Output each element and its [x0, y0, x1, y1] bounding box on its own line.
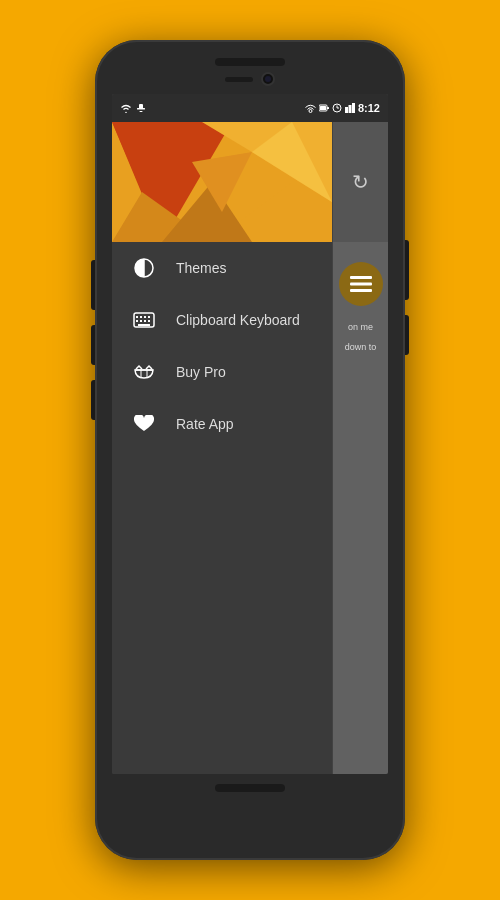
status-left-icons [120, 103, 146, 113]
menu-panel: Themes [112, 242, 332, 774]
phone-screen: 8:12 ↻ [112, 94, 388, 774]
svg-rect-27 [148, 316, 150, 318]
camera-row [225, 72, 275, 86]
fab-button[interactable] [339, 262, 383, 306]
svg-rect-10 [345, 107, 348, 113]
svg-rect-5 [327, 107, 329, 109]
rate-app-label: Rate App [176, 416, 234, 432]
menu-item-rate-app[interactable]: Rate App [112, 398, 332, 450]
clock-icon [332, 103, 342, 113]
front-camera [261, 72, 275, 86]
panel-text-1: on me [348, 320, 373, 334]
data-icon [345, 103, 355, 113]
keyboard-icon [132, 308, 156, 332]
svg-rect-38 [350, 289, 372, 292]
svg-rect-12 [352, 103, 355, 113]
menu-item-clipboard-keyboard[interactable]: Clipboard Keyboard [112, 294, 332, 346]
volume-up-button [91, 260, 95, 310]
svg-rect-25 [140, 316, 142, 318]
speaker-bottom [215, 784, 285, 792]
svg-rect-6 [320, 106, 326, 110]
svg-rect-36 [350, 276, 372, 279]
header-image: ↻ [112, 122, 388, 242]
svg-rect-30 [144, 320, 146, 322]
signal-icon [305, 103, 316, 113]
right-panel: on me down to [333, 242, 388, 774]
fab-menu-icon [350, 275, 372, 293]
svg-rect-31 [148, 320, 150, 322]
status-bar: 8:12 [112, 94, 388, 122]
power-button [405, 240, 409, 300]
volume-down-button [91, 325, 95, 365]
themes-icon [132, 256, 156, 280]
header-geometric [112, 122, 332, 242]
phone-frame: 8:12 ↻ [95, 40, 405, 860]
power-button-2 [405, 315, 409, 355]
buy-pro-label: Buy Pro [176, 364, 226, 380]
svg-rect-28 [136, 320, 138, 322]
svg-rect-37 [350, 283, 372, 286]
themes-label: Themes [176, 260, 227, 276]
svg-rect-24 [136, 316, 138, 318]
wifi-icon [120, 103, 132, 113]
svg-rect-11 [348, 105, 351, 113]
battery-full-icon [319, 103, 329, 113]
svg-point-3 [309, 110, 312, 113]
speaker-top [215, 58, 285, 66]
refresh-area[interactable]: ↻ [333, 122, 388, 242]
svg-rect-29 [140, 320, 142, 322]
heart-icon [132, 412, 156, 436]
svg-rect-1 [137, 108, 145, 110]
status-right-icons: 8:12 [305, 102, 380, 114]
svg-rect-2 [140, 111, 143, 112]
notification-icon [136, 103, 146, 113]
svg-rect-26 [144, 316, 146, 318]
sensor [225, 77, 253, 82]
volume-mute-button [91, 380, 95, 420]
svg-rect-32 [138, 324, 150, 326]
menu-item-themes[interactable]: Themes [112, 242, 332, 294]
status-time: 8:12 [358, 102, 380, 114]
menu-item-buy-pro[interactable]: Buy Pro [112, 346, 332, 398]
panel-text-2: down to [345, 342, 377, 352]
clipboard-keyboard-label: Clipboard Keyboard [176, 312, 300, 328]
basket-icon [132, 360, 156, 384]
refresh-icon[interactable]: ↻ [352, 170, 369, 194]
